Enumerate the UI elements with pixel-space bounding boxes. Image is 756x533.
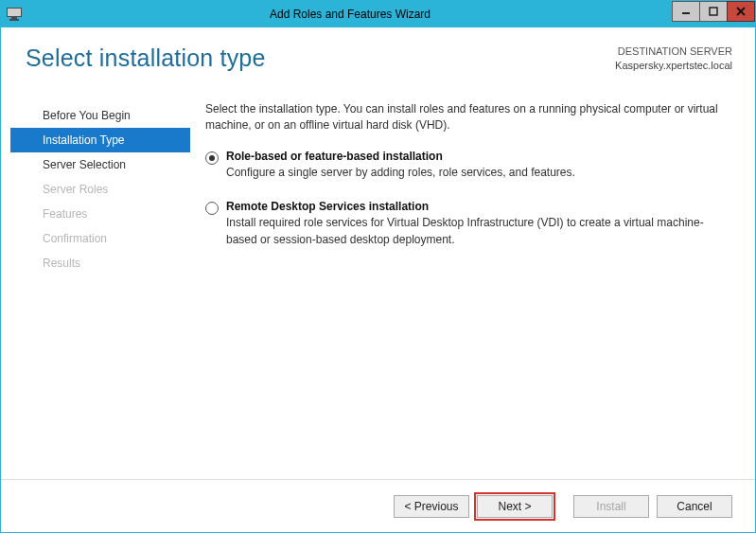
- svg-rect-3: [9, 19, 19, 21]
- header-row: Select installation type DESTINATION SER…: [1, 27, 755, 101]
- maximize-button[interactable]: [699, 1, 728, 22]
- option-title: Remote Desktop Services installation: [226, 200, 732, 213]
- close-button[interactable]: [727, 1, 755, 22]
- option-desc: Configure a single server by adding role…: [226, 165, 732, 181]
- option-desc: Install required role services for Virtu…: [226, 215, 732, 248]
- nav-results: Results: [10, 251, 190, 275]
- next-button[interactable]: Next >: [477, 495, 553, 518]
- svg-rect-2: [11, 17, 17, 19]
- server-manager-icon: [7, 8, 22, 21]
- destination-server-name: Kaspersky.xpertstec.local: [615, 59, 732, 73]
- previous-button[interactable]: < Previous: [394, 495, 469, 518]
- option-title: Role-based or feature-based installation: [226, 150, 732, 163]
- install-button: Install: [573, 495, 649, 518]
- intro-text: Select the installation type. You can in…: [205, 101, 732, 134]
- option-role-based[interactable]: Role-based or feature-based installation…: [205, 150, 732, 181]
- page-title: Select installation type: [26, 44, 266, 72]
- minimize-button[interactable]: [672, 1, 700, 22]
- radio-remote-desktop[interactable]: [205, 202, 219, 215]
- nav-confirmation: Confirmation: [10, 226, 190, 251]
- client-area: Select installation type DESTINATION SER…: [1, 27, 755, 532]
- svg-rect-1: [8, 9, 21, 16]
- option-remote-desktop[interactable]: Remote Desktop Services installation Ins…: [205, 200, 732, 248]
- nav-before-you-begin[interactable]: Before You Begin: [10, 103, 190, 128]
- wizard-nav: Before You Begin Installation Type Serve…: [10, 101, 190, 479]
- nav-server-roles: Server Roles: [10, 177, 190, 202]
- option-body: Role-based or feature-based installation…: [226, 150, 732, 181]
- destination-server: DESTINATION SERVER Kaspersky.xpertstec.l…: [615, 44, 732, 73]
- nav-features: Features: [10, 202, 190, 226]
- content-pane: Select the installation type. You can in…: [190, 101, 732, 479]
- option-body: Remote Desktop Services installation Ins…: [226, 200, 732, 248]
- svg-rect-5: [710, 8, 717, 15]
- radio-role-based[interactable]: [205, 151, 219, 165]
- titlebar[interactable]: Add Roles and Features Wizard: [1, 1, 755, 27]
- cancel-button[interactable]: Cancel: [657, 495, 732, 518]
- body-row: Before You Begin Installation Type Serve…: [1, 101, 755, 479]
- nav-server-selection[interactable]: Server Selection: [10, 152, 190, 177]
- window-title: Add Roles and Features Wizard: [27, 1, 673, 27]
- destination-server-label: DESTINATION SERVER: [615, 44, 732, 59]
- footer: < Previous Next > Install Cancel: [1, 479, 755, 532]
- wizard-window: Add Roles and Features Wizard Select ins…: [0, 0, 756, 533]
- window-controls: [673, 1, 755, 22]
- system-icon-slot: [1, 1, 27, 27]
- nav-installation-type[interactable]: Installation Type: [10, 128, 190, 152]
